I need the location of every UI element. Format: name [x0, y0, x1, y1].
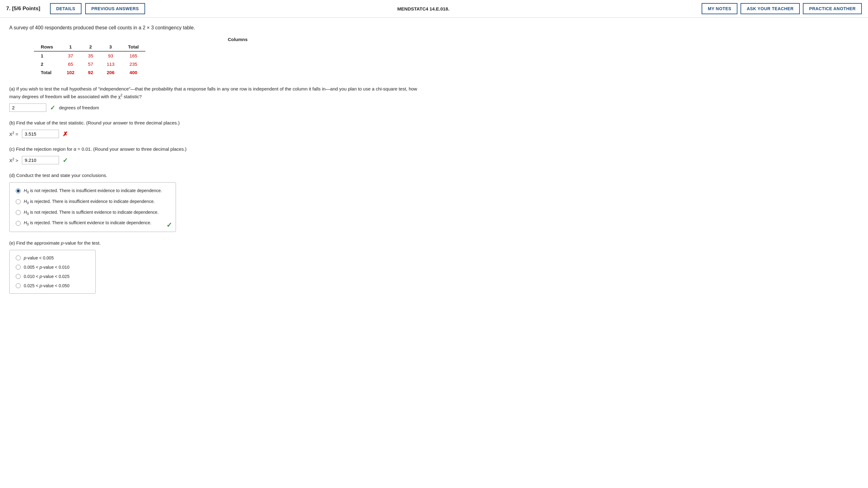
row-label-2: 2 [34, 60, 60, 68]
contingency-table: Rows 1 2 3 Total 1 37 35 93 165 2 65 [34, 42, 145, 77]
ask-teacher-button[interactable]: ASK YOUR TEACHER [741, 3, 800, 14]
main-content: A survey of 400 respondents produced the… [0, 18, 432, 309]
row-label-1: 1 [34, 51, 60, 60]
part-d-check-icon: ✓ [166, 221, 172, 229]
part-e-radio-2[interactable] [16, 265, 21, 270]
part-a-suffix: degrees of freedom [59, 105, 99, 110]
part-e-option-4[interactable]: 0.025 < p-value < 0.050 [14, 281, 90, 290]
part-d-option-3[interactable]: H0 is not rejected. There is sufficient … [14, 207, 171, 218]
problem-id: MENDSTATC4 14.E.018. [149, 6, 698, 11]
col-header-1: 1 [60, 42, 81, 51]
part-c-prefix: X2 > [9, 157, 18, 163]
part-b-input[interactable] [22, 130, 59, 138]
part-e-option-3[interactable]: 0.010 < p-value < 0.025 [14, 272, 90, 281]
part-d-radio-2[interactable] [16, 199, 21, 204]
part-d: (d) Conduct the test and state your conc… [9, 172, 423, 232]
part-a: (a) If you wish to test the null hypothe… [9, 85, 423, 112]
table-row-total: Total 102 92 206 400 [34, 68, 145, 77]
part-a-check-icon: ✓ [50, 104, 55, 112]
part-e-label-2: 0.005 < p-value < 0.010 [24, 265, 69, 270]
page-header: 7. [5/6 Points] DETAILS PREVIOUS ANSWERS… [0, 0, 868, 18]
part-e-option-1[interactable]: p-value < 0.005 [14, 253, 90, 262]
part-e-radio-3[interactable] [16, 274, 21, 279]
part-c-check-icon: ✓ [63, 156, 68, 164]
part-c: (c) Find the rejection region for α = 0.… [9, 145, 423, 164]
cell-2-3: 113 [100, 60, 121, 68]
part-b-question: (b) Find the value of the test statistic… [9, 119, 423, 126]
cell-1-1: 37 [60, 51, 81, 60]
cell-2-total: 235 [121, 60, 146, 68]
details-button[interactable]: DETAILS [50, 3, 82, 14]
part-b-answer-line: X2 = ✗ [9, 130, 423, 138]
totals-1: 102 [60, 68, 81, 77]
cell-1-2: 35 [81, 51, 100, 60]
columns-label: Columns [53, 37, 423, 42]
part-e-question: (e) Find the approximate p-value for the… [9, 239, 423, 247]
col-header-rows: Rows [34, 42, 60, 51]
table-row: 2 65 57 113 235 [34, 60, 145, 68]
part-e: (e) Find the approximate p-value for the… [9, 239, 423, 294]
contingency-table-wrapper: Columns Rows 1 2 3 Total 1 37 35 93 165 [34, 37, 423, 77]
totals-label: Total [34, 68, 60, 77]
part-d-option-2[interactable]: H0 is rejected. There is insufficient ev… [14, 196, 171, 207]
part-b: (b) Find the value of the test statistic… [9, 119, 423, 138]
part-d-radio-1[interactable] [16, 189, 21, 193]
part-d-option-1[interactable]: H0 is not rejected. There is insufficien… [14, 185, 171, 196]
part-d-label-1: H0 is not rejected. There is insufficien… [24, 188, 162, 194]
cell-1-total: 165 [121, 51, 146, 60]
part-d-label-3: H0 is not rejected. There is sufficient … [24, 210, 159, 216]
part-d-radio-box: H0 is not rejected. There is insufficien… [9, 182, 176, 232]
totals-3: 206 [100, 68, 121, 77]
question-number: 7. [5/6 Points] [6, 5, 46, 12]
part-a-input[interactable] [9, 104, 46, 112]
part-d-option-4[interactable]: H0 is rejected. There is sufficient evid… [14, 218, 171, 229]
my-notes-button[interactable]: MY NOTES [702, 3, 738, 14]
part-d-label-4: H0 is rejected. There is sufficient evid… [24, 220, 151, 226]
header-right-buttons: MY NOTES ASK YOUR TEACHER PRACTICE ANOTH… [702, 3, 862, 14]
part-b-x-icon: ✗ [63, 130, 68, 138]
part-e-label-3: 0.010 < p-value < 0.025 [24, 274, 69, 279]
totals-total: 400 [121, 68, 146, 77]
part-e-radio-1[interactable] [16, 255, 21, 260]
part-e-label-4: 0.025 < p-value < 0.050 [24, 283, 69, 288]
part-d-question: (d) Conduct the test and state your conc… [9, 172, 423, 179]
previous-answers-button[interactable]: PREVIOUS ANSWERS [85, 3, 145, 14]
part-e-option-2[interactable]: 0.005 < p-value < 0.010 [14, 262, 90, 272]
totals-2: 92 [81, 68, 100, 77]
part-d-radio-4[interactable] [16, 221, 21, 226]
part-c-input[interactable] [22, 156, 59, 164]
cell-1-3: 93 [100, 51, 121, 60]
col-header-3: 3 [100, 42, 121, 51]
part-d-label-2: H0 is rejected. There is insufficient ev… [24, 199, 155, 205]
cell-2-2: 57 [81, 60, 100, 68]
part-c-answer-line: X2 > ✓ [9, 156, 423, 164]
part-d-radio-3[interactable] [16, 210, 21, 215]
practice-another-button[interactable]: PRACTICE ANOTHER [803, 3, 862, 14]
part-b-prefix: X2 = [9, 131, 18, 137]
part-a-answer-line: ✓ degrees of freedom [9, 104, 423, 112]
part-e-label-1: p-value < 0.005 [24, 255, 54, 260]
part-e-radio-box: p-value < 0.005 0.005 < p-value < 0.010 … [9, 250, 96, 294]
intro-text: A survey of 400 respondents produced the… [9, 25, 423, 31]
col-header-total: Total [121, 42, 146, 51]
table-row: 1 37 35 93 165 [34, 51, 145, 60]
cell-2-1: 65 [60, 60, 81, 68]
part-c-question: (c) Find the rejection region for α = 0.… [9, 145, 423, 153]
col-header-2: 2 [81, 42, 100, 51]
part-e-radio-4[interactable] [16, 283, 21, 288]
part-a-question: (a) If you wish to test the null hypothe… [9, 85, 423, 101]
